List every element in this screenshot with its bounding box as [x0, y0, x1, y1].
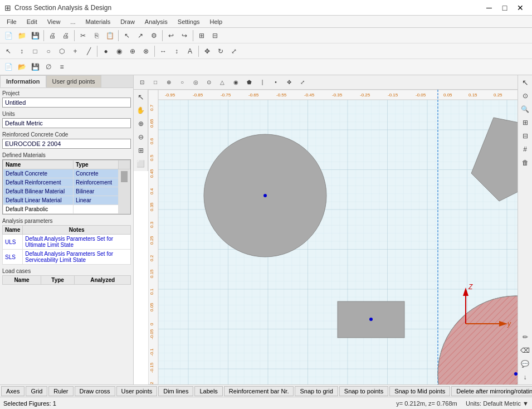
menu-materials[interactable]: Materials	[81, 17, 115, 26]
ctb-poly[interactable]: ⬟	[243, 76, 255, 89]
tab-dim-lines[interactable]: Dim lines	[158, 386, 193, 396]
rtb-target[interactable]: ⊙	[519, 90, 531, 102]
tab-delete-mirror[interactable]: Delete after mirroring/rotating	[451, 386, 532, 396]
tb2-scale[interactable]: ⤢	[228, 45, 240, 57]
rtb-pencil[interactable]: ✏	[519, 331, 531, 343]
tb2-ptr[interactable]: ↕	[16, 45, 28, 57]
rtb-grid[interactable]: #	[519, 143, 531, 155]
tb2-cross[interactable]: +	[69, 45, 81, 57]
rtb-cursor[interactable]: ↖	[519, 76, 531, 89]
minimize-button[interactable]: ─	[482, 2, 496, 13]
canvas-svg[interactable]: -0.95 -0.85 -0.75 -0.65 -0.55 -0.45 -0.3…	[148, 90, 532, 384]
ltb-hand[interactable]: ✋	[135, 104, 147, 116]
ltb-zoom-in[interactable]: ⊕	[135, 118, 147, 130]
tab-axes[interactable]: Axes	[1, 386, 25, 396]
mat-type-3[interactable]: Bilinear	[74, 187, 119, 196]
tb3-list[interactable]: ≡	[56, 61, 68, 73]
ctb-scale[interactable]: ⤢	[296, 76, 309, 89]
tb3-save[interactable]: 💾	[29, 61, 41, 73]
ctb-dot[interactable]: •	[270, 76, 282, 89]
tb2-sel[interactable]: ↖	[2, 45, 14, 57]
mat-type-5[interactable]	[74, 205, 119, 214]
rtb-zoom[interactable]: 🔍	[519, 103, 531, 115]
table-row[interactable]: ULS Default Analysis Parameters Set for …	[3, 235, 131, 250]
tb-print2[interactable]: 🖨	[60, 30, 72, 42]
rtb-zoom-sel[interactable]: ⊟	[519, 130, 531, 142]
ltb-zoom-out[interactable]: ⊖	[135, 131, 147, 143]
ana-name-uls[interactable]: ULS	[3, 235, 23, 250]
mat-name-1[interactable]: Default Concrete	[3, 169, 74, 178]
tb2-dim2[interactable]: ↕	[170, 45, 183, 57]
tb-cut[interactable]: ✂	[77, 30, 89, 42]
tb-open[interactable]: 📁	[16, 30, 28, 42]
tb-redo[interactable]: ↪	[178, 30, 191, 42]
table-row[interactable]: Default Reinforcement Reinforcement	[3, 178, 130, 187]
menu-help[interactable]: Help	[206, 17, 227, 26]
tb2-rebar3[interactable]: ⊕	[126, 45, 139, 57]
ctb-cross[interactable]: ⊕	[163, 76, 175, 89]
tb-arrow1[interactable]: ↖	[121, 30, 133, 42]
tb2-dim[interactable]: ↔	[157, 45, 169, 57]
menu-settings[interactable]: Settings	[173, 17, 204, 26]
table-row[interactable]: Default Bilinear Material Bilinear	[3, 187, 130, 196]
tb3-null[interactable]: ∅	[42, 61, 55, 73]
tab-user-grid-points[interactable]: User grid points	[46, 75, 101, 87]
tab-draw-cross[interactable]: Draw cross	[75, 386, 115, 396]
table-row[interactable]: Default Linear Material Linear	[3, 196, 130, 205]
menu-analysis[interactable]: Analysis	[140, 17, 172, 26]
units-input[interactable]	[2, 118, 131, 128]
tb2-circ[interactable]: ○	[42, 45, 55, 57]
rtb-arrow-down[interactable]: ↓	[519, 371, 531, 383]
ctb-move[interactable]: ✥	[283, 76, 295, 89]
ctb-circ4[interactable]: ◉	[230, 76, 242, 89]
tab-ruler[interactable]: Ruler	[48, 386, 73, 396]
table-row[interactable]: Default Parabolic	[3, 205, 130, 214]
tb-paste[interactable]: 📋	[104, 30, 116, 42]
tb2-rebar[interactable]: ●	[100, 45, 112, 57]
tb2-rebar4[interactable]: ⊗	[140, 45, 152, 57]
tab-snap-points[interactable]: Snap to points	[339, 386, 388, 396]
table-row[interactable]: SLS Default Analysis Parameters Set for …	[3, 250, 131, 265]
tab-snap-mid[interactable]: Snap to Mid points	[389, 386, 450, 396]
menu-dots[interactable]: ...	[66, 17, 80, 26]
maximize-button[interactable]: □	[497, 2, 512, 13]
project-input[interactable]	[2, 98, 131, 108]
menu-edit[interactable]: Edit	[22, 17, 42, 26]
mat-name-2[interactable]: Default Reinforcement	[3, 178, 74, 187]
tb-undo[interactable]: ↩	[165, 30, 177, 42]
ctb-tri[interactable]: △	[216, 76, 228, 89]
canvas-area[interactable]: ⊡ □ ⊕ ○ ◎ ⊙ △ ◉ ⬟ | • ✥ ⤢	[134, 75, 532, 384]
mat-name-4[interactable]: Default Linear Material	[3, 196, 74, 205]
tab-rebar-nr[interactable]: Reinforcement bar Nr.	[224, 386, 294, 396]
ltb-zoom-box[interactable]: ⬜	[135, 158, 147, 170]
mat-name-3[interactable]: Default Bilinear Material	[3, 187, 74, 196]
ltb-cursor[interactable]: ↖	[135, 91, 147, 103]
ctb-circ[interactable]: ○	[176, 76, 188, 89]
mat-type-4[interactable]: Linear	[74, 196, 119, 205]
tab-information[interactable]: Information	[0, 75, 46, 87]
tb-copy[interactable]: ⎘	[90, 30, 103, 42]
mat-name-5[interactable]: Default Parabolic	[3, 205, 74, 214]
ctb-rect[interactable]: □	[149, 76, 162, 89]
tab-labels[interactable]: Labels	[194, 386, 222, 396]
tb2-line[interactable]: ╱	[82, 45, 95, 57]
tb2-poly[interactable]: ⬡	[56, 45, 68, 57]
tab-grid[interactable]: Grid	[26, 386, 47, 396]
menu-file[interactable]: File	[2, 17, 21, 26]
menu-draw[interactable]: Draw	[116, 17, 139, 26]
tb-extra2[interactable]: ⊟	[209, 30, 221, 42]
mat-type-2[interactable]: Reinforcement	[74, 178, 119, 187]
rtb-zoom-fit[interactable]: ⊞	[519, 116, 531, 129]
ctb-circ2[interactable]: ◎	[189, 76, 202, 89]
tb-save[interactable]: 💾	[29, 30, 41, 42]
ctb-sel[interactable]: ⊡	[136, 76, 148, 89]
ctb-line[interactable]: |	[256, 76, 269, 89]
rc-code-input[interactable]	[2, 139, 131, 149]
ltb-fit[interactable]: ⊞	[135, 144, 147, 157]
tb2-rebar2[interactable]: ◉	[113, 45, 125, 57]
mat-type-1[interactable]: Concrete	[74, 169, 119, 178]
tb-gear[interactable]: ⚙	[148, 30, 160, 42]
rtb-comment[interactable]: 💬	[519, 358, 531, 370]
tb-extra1[interactable]: ⊞	[196, 30, 208, 42]
table-row[interactable]: Default Concrete Concrete	[3, 169, 130, 178]
